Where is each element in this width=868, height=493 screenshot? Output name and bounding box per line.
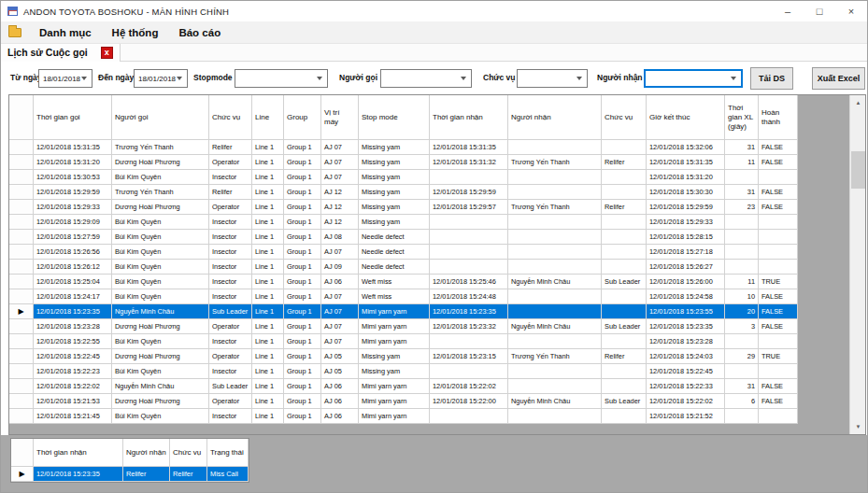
column-header[interactable]: Stop mode xyxy=(359,95,430,140)
column-header[interactable]: Thời gian gọi xyxy=(34,95,112,140)
cell[interactable]: Line 1 xyxy=(252,379,284,394)
cell[interactable] xyxy=(725,230,759,245)
cell[interactable] xyxy=(430,364,508,379)
tab-call-history[interactable]: Lịch sử Cuộc gọi x xyxy=(1,44,121,62)
cell[interactable] xyxy=(508,379,602,394)
cell[interactable]: Relifer xyxy=(209,140,252,155)
cell[interactable]: 12/01/2018 15:31:35 xyxy=(647,155,725,170)
column-header[interactable]: Chức vụ xyxy=(209,95,252,140)
table-row[interactable]: 12/01/2018 15:22:02Nguyễn Minh ChâuSub L… xyxy=(9,379,798,394)
cell[interactable]: Group 1 xyxy=(284,275,321,289)
cell[interactable]: AJ 12 xyxy=(321,185,359,200)
cell[interactable]: Group 1 xyxy=(284,409,321,424)
cell[interactable]: Group 1 xyxy=(284,349,321,364)
cell[interactable]: Dương Hoài Phương xyxy=(112,319,209,334)
cell[interactable]: Nguyễn Minh Châu xyxy=(112,304,209,319)
cell[interactable]: Miss Call xyxy=(207,467,249,482)
cell[interactable]: 12/01/2018 15:29:33 xyxy=(34,200,112,215)
cell[interactable]: AJ 08 xyxy=(321,230,359,245)
cell[interactable]: 12/01/2018 15:29:59 xyxy=(647,200,725,215)
column-header[interactable]: Chức vụ xyxy=(170,439,207,467)
combo-arrow-icon[interactable] xyxy=(731,77,736,80)
cell[interactable]: Group 1 xyxy=(284,364,321,379)
cell[interactable] xyxy=(508,364,602,379)
combo-arrow-icon[interactable] xyxy=(177,77,182,80)
cell[interactable] xyxy=(508,289,602,304)
cell[interactable]: Relifer xyxy=(209,185,252,200)
table-row[interactable]: ▶12/01/2018 15:23:35ReliferReliferMiss C… xyxy=(11,467,249,482)
cell[interactable]: Line 1 xyxy=(252,230,284,245)
cell[interactable]: Line 1 xyxy=(252,215,284,230)
cell[interactable]: Mimi yarn yarn xyxy=(359,379,430,394)
cell[interactable]: 12/01/2018 15:31:35 xyxy=(34,140,112,155)
row-header[interactable] xyxy=(9,245,34,260)
table-row[interactable]: 12/01/2018 15:25:04Bùi Kim QuyênInsector… xyxy=(9,275,798,289)
cell[interactable]: Group 1 xyxy=(284,379,321,394)
cell[interactable]: Insector xyxy=(209,289,252,304)
cell[interactable]: Insector xyxy=(209,409,252,424)
cell[interactable]: FALSE xyxy=(759,200,798,215)
column-header[interactable]: Chức vụ xyxy=(602,95,647,140)
cell[interactable]: Missing yam xyxy=(359,185,430,200)
cell[interactable]: Line 1 xyxy=(252,364,284,379)
cell[interactable] xyxy=(725,334,759,349)
cell[interactable] xyxy=(725,215,759,230)
cell[interactable]: Bùi Kim Quyên xyxy=(112,364,209,379)
row-header[interactable] xyxy=(9,200,34,215)
load-list-button[interactable]: Tải DS xyxy=(750,67,793,90)
cell[interactable]: 12/01/2018 15:25:04 xyxy=(34,275,112,289)
row-header[interactable] xyxy=(9,364,34,379)
cell[interactable]: Bùi Kim Quyên xyxy=(112,275,209,289)
cell[interactable]: 12/01/2018 15:29:33 xyxy=(647,215,725,230)
cell[interactable]: Needle defect xyxy=(359,260,430,275)
cell[interactable]: Group 1 xyxy=(284,319,321,334)
cell[interactable]: Line 1 xyxy=(252,319,284,334)
cell[interactable]: FALSE xyxy=(759,394,798,409)
column-header[interactable]: Người nhận xyxy=(508,95,602,140)
cell[interactable] xyxy=(759,245,798,260)
table-row[interactable]: 12/01/2018 15:26:56Bùi Kim QuyênInsector… xyxy=(9,245,798,260)
table-row[interactable]: 12/01/2018 15:22:45Dương Hoài PhươngOper… xyxy=(9,349,798,364)
column-header[interactable]: Thời gian nhận xyxy=(34,439,123,467)
column-header[interactable]: Vị trí máy xyxy=(321,95,359,140)
table-row[interactable]: 12/01/2018 15:29:09Bùi Kim QuyênInsector… xyxy=(9,215,798,230)
cell[interactable] xyxy=(602,334,647,349)
table-row[interactable]: 12/01/2018 15:21:45Bùi Kim QuyênInsector… xyxy=(9,409,798,424)
cell[interactable]: Relifer xyxy=(602,155,647,170)
cell[interactable] xyxy=(602,185,647,200)
cell[interactable]: AJ 09 xyxy=(321,260,359,275)
cell[interactable]: Bùi Kim Quyên xyxy=(112,334,209,349)
to-date-picker[interactable]: 18/01/2018 xyxy=(134,69,188,88)
cell[interactable]: Group 1 xyxy=(284,215,321,230)
cell[interactable]: Dương Hoài Phương xyxy=(112,394,209,409)
column-header[interactable]: Người gọi xyxy=(112,95,209,140)
cell[interactable]: 31 xyxy=(725,140,759,155)
cell[interactable]: Weft miss xyxy=(359,275,430,289)
cell[interactable]: AJ 07 xyxy=(321,155,359,170)
cell[interactable] xyxy=(602,230,647,245)
cell[interactable]: FALSE xyxy=(759,304,798,319)
cell[interactable]: Insector xyxy=(209,364,252,379)
caller-combo[interactable] xyxy=(380,69,472,88)
row-header[interactable] xyxy=(9,230,34,245)
cell[interactable]: AJ 12 xyxy=(321,200,359,215)
cell[interactable]: 12/01/2018 15:21:53 xyxy=(34,394,112,409)
column-header[interactable]: Giờ kết thúc xyxy=(647,95,725,140)
scroll-up-icon[interactable]: ▲ xyxy=(850,95,866,110)
cell[interactable]: Mimi yarn yarn xyxy=(359,319,430,334)
cell[interactable]: 11 xyxy=(725,155,759,170)
cell[interactable] xyxy=(602,364,647,379)
cell[interactable] xyxy=(759,334,798,349)
cell[interactable]: Nguyễn Minh Châu xyxy=(508,319,602,334)
cell[interactable]: Operator xyxy=(209,349,252,364)
cell[interactable] xyxy=(725,260,759,275)
cell[interactable] xyxy=(602,260,647,275)
cell[interactable]: 12/01/2018 15:21:45 xyxy=(34,409,112,424)
cell[interactable]: AJ 05 xyxy=(321,349,359,364)
row-header[interactable] xyxy=(9,394,34,409)
menu-item-danh-muc[interactable]: Danh mục xyxy=(29,24,102,41)
cell[interactable]: Line 1 xyxy=(252,409,284,424)
table-row[interactable]: 12/01/2018 15:21:53Dương Hoài PhươngOper… xyxy=(9,394,798,409)
cell[interactable]: 12/01/2018 15:23:28 xyxy=(647,334,725,349)
row-header[interactable] xyxy=(9,334,34,349)
